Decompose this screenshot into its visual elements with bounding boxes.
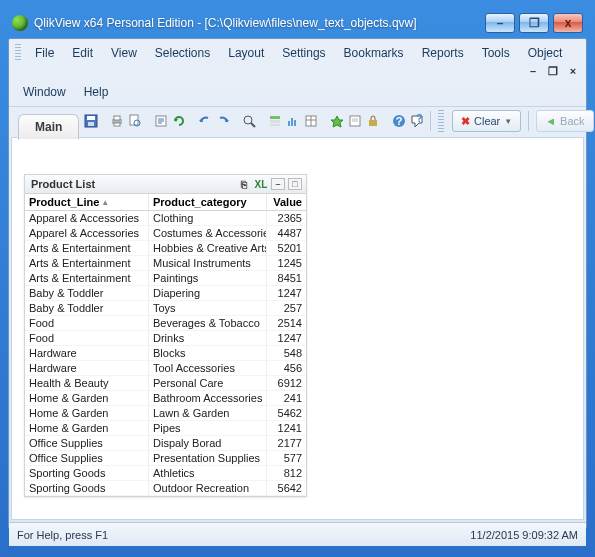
cell-product-category[interactable]: Toys	[149, 301, 267, 316]
table-row[interactable]: FoodBeverages & Tobacco2514	[25, 316, 306, 331]
mdi-restore-button[interactable]: ❐	[546, 65, 560, 78]
cell-product-line[interactable]: Office Supplies	[25, 451, 149, 466]
col-product-category[interactable]: Product_category	[149, 194, 267, 210]
cell-value[interactable]: 577	[267, 451, 306, 466]
save-icon[interactable]	[83, 111, 99, 131]
cell-value[interactable]: 6912	[267, 376, 306, 391]
cell-product-line[interactable]: Hardware	[25, 346, 149, 361]
table-row[interactable]: Home & GardenBathroom Accessories241	[25, 391, 306, 406]
table-row[interactable]: Baby & ToddlerToys257	[25, 301, 306, 316]
table-row[interactable]: Sporting GoodsOutdoor Recreation5642	[25, 481, 306, 496]
table-row[interactable]: Arts & EntertainmentPaintings8451	[25, 271, 306, 286]
cell-product-category[interactable]: Personal Care	[149, 376, 267, 391]
menu-window[interactable]: Window	[15, 82, 74, 102]
cell-product-line[interactable]: Sporting Goods	[25, 466, 149, 481]
maximize-button[interactable]: ❐	[519, 13, 549, 33]
search-icon[interactable]	[241, 111, 257, 131]
edit-script-icon[interactable]	[153, 111, 169, 131]
cell-product-category[interactable]: Tool Accessories	[149, 361, 267, 376]
table-caption[interactable]: Product List ⎘ XL – □	[25, 175, 306, 194]
table-row[interactable]: Office SuppliesDispaly Borad2177	[25, 436, 306, 451]
menu-layout[interactable]: Layout	[220, 43, 272, 63]
back-button[interactable]: ◄ Back	[536, 110, 593, 132]
cell-value[interactable]: 1247	[267, 286, 306, 301]
cell-value[interactable]: 2177	[267, 436, 306, 451]
table-row[interactable]: Office SuppliesPresentation Supplies577	[25, 451, 306, 466]
cell-product-line[interactable]: Home & Garden	[25, 391, 149, 406]
redo-icon[interactable]	[215, 111, 231, 131]
menu-tools[interactable]: Tools	[474, 43, 518, 63]
cell-product-line[interactable]: Arts & Entertainment	[25, 241, 149, 256]
table-row[interactable]: HardwareTool Accessories456	[25, 361, 306, 376]
help-icon[interactable]: ?	[391, 111, 407, 131]
tab-main[interactable]: Main	[18, 114, 79, 140]
table-row[interactable]: Sporting GoodsAthletics812	[25, 466, 306, 481]
lock-icon[interactable]	[365, 111, 381, 131]
print-preview-icon[interactable]	[127, 111, 143, 131]
cell-value[interactable]: 5201	[267, 241, 306, 256]
menu-reports[interactable]: Reports	[414, 43, 472, 63]
cell-product-line[interactable]: Apparel & Accessories	[25, 226, 149, 241]
cell-product-line[interactable]: Home & Garden	[25, 421, 149, 436]
caption-minimize-icon[interactable]: –	[271, 178, 285, 190]
cell-product-line[interactable]: Baby & Toddler	[25, 286, 149, 301]
print-icon[interactable]	[109, 111, 125, 131]
cell-product-category[interactable]: Beverages & Tobacco	[149, 316, 267, 331]
cell-product-category[interactable]: Clothing	[149, 211, 267, 226]
cell-product-category[interactable]: Hobbies & Creative Arts	[149, 241, 267, 256]
product-list-table[interactable]: Product List ⎘ XL – □ Product_Line▲ Prod…	[24, 174, 307, 497]
notes-icon[interactable]	[347, 111, 363, 131]
table-row[interactable]: Arts & EntertainmentMusical Instruments1…	[25, 256, 306, 271]
cell-value[interactable]: 257	[267, 301, 306, 316]
cell-value[interactable]: 1245	[267, 256, 306, 271]
menu-bookmarks[interactable]: Bookmarks	[336, 43, 412, 63]
table-row[interactable]: Apparel & AccessoriesClothing2365	[25, 211, 306, 226]
cell-product-line[interactable]: Baby & Toddler	[25, 301, 149, 316]
table-row[interactable]: Health & BeautyPersonal Care6912	[25, 376, 306, 391]
close-button[interactable]: x	[553, 13, 583, 33]
selections-icon[interactable]	[267, 111, 283, 131]
cell-value[interactable]: 1241	[267, 421, 306, 436]
cell-product-line[interactable]: Home & Garden	[25, 406, 149, 421]
table-row[interactable]: HardwareBlocks548	[25, 346, 306, 361]
cell-product-category[interactable]: Bathroom Accessories	[149, 391, 267, 406]
col-value[interactable]: Value	[267, 194, 306, 210]
cell-product-category[interactable]: Drinks	[149, 331, 267, 346]
cell-product-line[interactable]: Office Supplies	[25, 436, 149, 451]
cell-product-category[interactable]: Blocks	[149, 346, 267, 361]
cell-product-line[interactable]: Arts & Entertainment	[25, 271, 149, 286]
cell-value[interactable]: 4487	[267, 226, 306, 241]
bookmark-icon[interactable]	[329, 111, 345, 131]
cell-product-category[interactable]: Pipes	[149, 421, 267, 436]
cell-value[interactable]: 2514	[267, 316, 306, 331]
cell-value[interactable]: 5462	[267, 406, 306, 421]
col-product-line[interactable]: Product_Line▲	[25, 194, 149, 210]
cell-value[interactable]: 5642	[267, 481, 306, 496]
cell-product-line[interactable]: Health & Beauty	[25, 376, 149, 391]
cell-product-line[interactable]: Hardware	[25, 361, 149, 376]
menu-view[interactable]: View	[103, 43, 145, 63]
cell-product-category[interactable]: Athletics	[149, 466, 267, 481]
table-row[interactable]: Home & GardenLawn & Garden5462	[25, 406, 306, 421]
cell-product-line[interactable]: Arts & Entertainment	[25, 256, 149, 271]
table-row[interactable]: Apparel & AccessoriesCostumes & Accessor…	[25, 226, 306, 241]
excel-icon[interactable]: XL	[254, 178, 268, 190]
menu-selections[interactable]: Selections	[147, 43, 218, 63]
chart-icon[interactable]	[285, 111, 301, 131]
table-row[interactable]: Home & GardenPipes1241	[25, 421, 306, 436]
cell-value[interactable]: 1247	[267, 331, 306, 346]
menu-help[interactable]: Help	[76, 82, 117, 102]
cell-value[interactable]: 2365	[267, 211, 306, 226]
menu-settings[interactable]: Settings	[274, 43, 333, 63]
whatsthis-icon[interactable]: ?	[409, 111, 425, 131]
mdi-close-button[interactable]: ×	[566, 65, 580, 78]
undo-icon[interactable]	[197, 111, 213, 131]
menu-file[interactable]: File	[27, 43, 62, 63]
cell-product-line[interactable]: Apparel & Accessories	[25, 211, 149, 226]
export-icon[interactable]: ⎘	[237, 178, 251, 190]
cell-product-category[interactable]: Outdoor Recreation	[149, 481, 267, 496]
table-row[interactable]: Arts & EntertainmentHobbies & Creative A…	[25, 241, 306, 256]
cell-product-category[interactable]: Dispaly Borad	[149, 436, 267, 451]
table-icon[interactable]	[303, 111, 319, 131]
cell-value[interactable]: 241	[267, 391, 306, 406]
